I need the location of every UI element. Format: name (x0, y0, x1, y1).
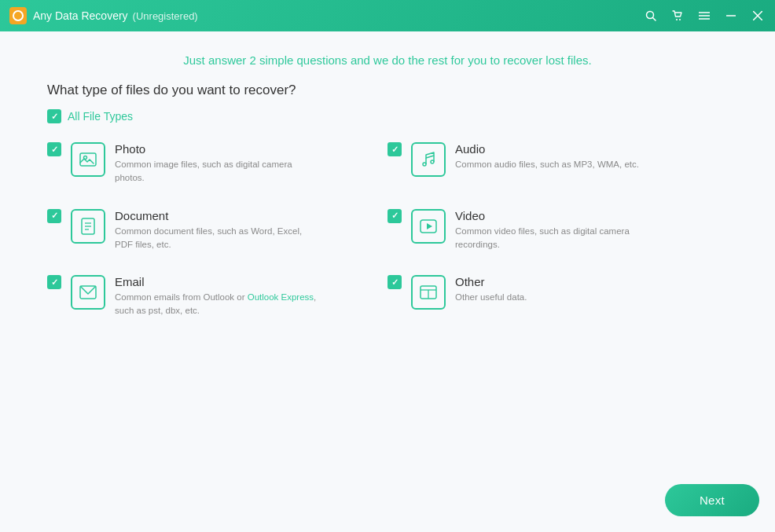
filetype-audio[interactable]: Audio Common audio files, such as MP3, W… (388, 142, 728, 185)
all-file-types-label: All File Types (68, 110, 133, 123)
document-desc: Common document files, such as Word, Exc… (115, 225, 319, 252)
other-checkbox[interactable] (388, 275, 402, 289)
photo-title: Photo (115, 142, 319, 156)
audio-icon-box (411, 142, 446, 177)
email-desc: Common emails from Outlook or Outlook Ex… (115, 291, 319, 318)
audio-title: Audio (455, 142, 639, 156)
subtitle: Just answer 2 simple questions and we do… (0, 31, 775, 83)
all-file-types-row[interactable]: All File Types (0, 109, 775, 123)
audio-info: Audio Common audio files, such as MP3, W… (455, 142, 639, 171)
svg-point-3 (679, 19, 681, 20)
email-title: Email (115, 275, 319, 288)
photo-desc: Common image files, such as digital came… (115, 158, 319, 185)
video-title: Video (455, 209, 659, 222)
video-desc: Common video files, such as digital came… (455, 225, 659, 252)
audio-checkbox[interactable] (388, 142, 402, 156)
app-logo (9, 7, 27, 24)
minimize-button[interactable] (720, 5, 742, 27)
other-desc: Other useful data. (455, 291, 527, 304)
audio-desc: Common audio files, such as MP3, WMA, et… (455, 158, 639, 171)
photo-checkbox[interactable] (47, 142, 61, 156)
other-title: Other (455, 275, 527, 288)
filetype-video[interactable]: Video Common video files, such as digita… (388, 209, 728, 252)
svg-marker-21 (427, 223, 432, 229)
question-text: What type of files do you want to recove… (0, 83, 775, 98)
search-button[interactable] (640, 5, 662, 27)
other-info: Other Other useful data. (455, 275, 527, 304)
filetype-document[interactable]: Document Common document files, such as … (47, 209, 388, 252)
svg-point-14 (423, 163, 426, 166)
photo-info: Photo Common image files, such as digita… (115, 142, 319, 185)
filetype-email[interactable]: Email Common emails from Outlook or Outl… (47, 275, 388, 318)
document-info: Document Common document files, such as … (115, 209, 319, 252)
document-title: Document (115, 209, 319, 222)
titlebar: Any Data Recovery (Unregistered) (0, 0, 775, 31)
email-checkbox[interactable] (47, 275, 61, 289)
video-icon-box (411, 209, 446, 244)
app-title: Any Data Recovery (33, 9, 128, 22)
main-content: Just answer 2 simple questions and we do… (0, 31, 775, 532)
next-button[interactable]: Next (665, 484, 759, 516)
window-controls (640, 0, 769, 31)
cart-button[interactable] (667, 5, 689, 27)
video-info: Video Common video files, such as digita… (455, 209, 659, 252)
document-icon-box (71, 209, 105, 244)
email-highlight: Outlook Express (248, 292, 314, 302)
menu-button[interactable] (693, 5, 715, 27)
filetypes-grid: Photo Common image files, such as digita… (0, 142, 775, 318)
email-icon-box (71, 275, 105, 310)
app-unregistered: (Unregistered) (133, 10, 198, 22)
svg-line-1 (653, 18, 656, 21)
all-file-types-checkbox[interactable] (47, 109, 61, 123)
video-checkbox[interactable] (388, 209, 402, 223)
photo-icon-box (71, 142, 105, 177)
close-button[interactable] (747, 5, 769, 27)
document-checkbox[interactable] (47, 209, 61, 223)
svg-point-2 (676, 19, 678, 20)
filetype-photo[interactable]: Photo Common image files, such as digita… (47, 142, 388, 185)
other-icon-box (411, 275, 446, 310)
svg-point-15 (431, 160, 434, 163)
email-info: Email Common emails from Outlook or Outl… (115, 275, 319, 318)
filetype-other[interactable]: Other Other useful data. (388, 275, 728, 318)
